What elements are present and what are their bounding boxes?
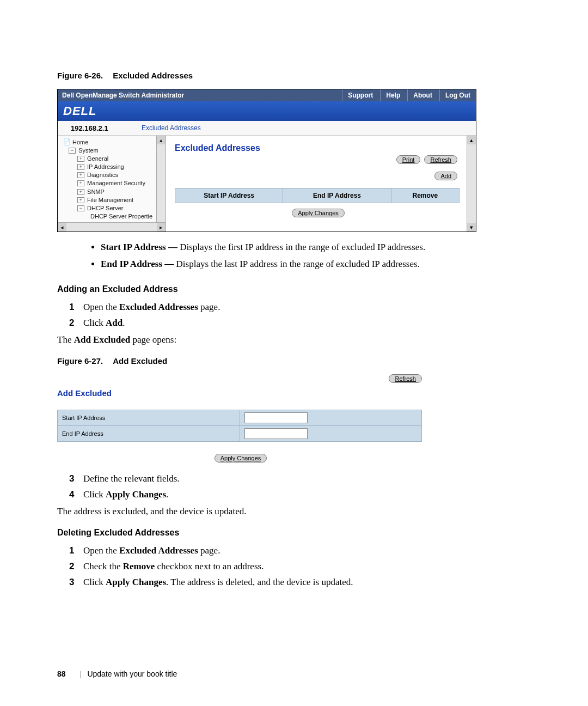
screenshot-excluded-addresses: Dell OpenManage Switch Administrator Sup… — [57, 89, 476, 232]
tree-general[interactable]: General — [87, 155, 108, 162]
figure-number: Figure 6-27. — [57, 356, 103, 366]
tree-mgmt-security[interactable]: Management Security — [87, 180, 145, 187]
col-start-ip: Start IP Address — [175, 188, 283, 203]
tree-dhcp[interactable]: DHCP Server — [87, 205, 123, 211]
nav-support[interactable]: Support — [342, 89, 378, 101]
page-number: 88 — [57, 670, 66, 678]
start-ip-input[interactable] — [244, 412, 308, 423]
tree-system[interactable]: System — [78, 147, 99, 154]
expand-icon[interactable]: + — [77, 197, 84, 203]
page-title: Add Excluded — [57, 388, 422, 398]
figure-caption-1: Figure 6-26.Excluded Addresses — [57, 71, 531, 80]
step: 4Click Apply Changes. — [69, 487, 531, 503]
list-item: Start IP Address — Displays the first IP… — [101, 240, 531, 254]
collapse-icon[interactable]: − — [77, 205, 84, 211]
scroll-up-icon[interactable]: ▴ — [467, 136, 476, 144]
tree-dhcp-prop[interactable]: DHCP Server Propertie — [90, 213, 152, 220]
app-topbar: Dell OpenManage Switch Administrator Sup… — [58, 89, 476, 101]
label-end-ip: End IP Address — [58, 426, 240, 442]
breadcrumb: Excluded Addresses — [142, 124, 201, 132]
brand-bar: DELL — [58, 101, 476, 121]
refresh-button[interactable]: Refresh — [389, 374, 422, 383]
scroll-up-icon[interactable]: ▴ — [157, 136, 166, 144]
tree-diagnostics[interactable]: Diagnostics — [87, 172, 118, 178]
add-button[interactable]: Add — [434, 172, 457, 180]
apply-changes-button[interactable]: Apply Changes — [292, 209, 345, 217]
nav-vscrollbar[interactable]: ▴ — [156, 136, 166, 223]
nav-tree: 📄 Home − System + General + IP Addressin… — [58, 136, 166, 232]
step: 1Open the Excluded Addresses page. — [69, 300, 531, 315]
expand-icon[interactable]: + — [77, 156, 84, 162]
tree-filemgmt[interactable]: File Management — [87, 197, 133, 203]
nav-logout[interactable]: Log Out — [439, 89, 476, 101]
section-heading-deleting: Deleting Excluded Addresses — [57, 528, 531, 538]
step: 1Open the Excluded Addresses page. — [69, 543, 531, 559]
paragraph: The Add Excluded page opens: — [57, 334, 531, 345]
nav-about[interactable]: About — [407, 89, 438, 101]
app-title: Dell OpenManage Switch Administrator — [58, 92, 342, 99]
collapse-icon[interactable]: − — [69, 148, 76, 154]
content-vscrollbar[interactable]: ▴▾ — [467, 136, 476, 232]
tree-snmp[interactable]: SNMP — [87, 188, 105, 195]
page-title: Excluded Addresses — [175, 143, 476, 153]
step: 3Define the relevant fields. — [69, 471, 531, 487]
section-heading-adding: Adding an Excluded Address — [57, 284, 531, 294]
apply-changes-button[interactable]: Apply Changes — [215, 454, 267, 462]
step: 2Check the Remove checkbox next to an ad… — [69, 559, 531, 575]
col-end-ip: End IP Address — [283, 188, 391, 203]
step: 2Click Add. — [69, 315, 531, 331]
list-item: End IP Address — Displays the last IP ad… — [101, 257, 531, 271]
figure-number: Figure 6-26. — [57, 71, 103, 80]
expand-icon[interactable]: + — [77, 189, 84, 195]
nav-help[interactable]: Help — [380, 89, 406, 101]
screenshot-add-excluded: Refresh Add Excluded Start IP Address En… — [57, 374, 422, 462]
breadcrumb-row: 192.168.2.1 Excluded Addresses — [58, 121, 476, 136]
figure-title: Excluded Addresses — [113, 71, 193, 80]
top-nav: Support Help About Log Out — [342, 89, 476, 101]
scroll-left-icon[interactable]: ◂ — [58, 223, 66, 232]
device-ip: 192.168.2.1 — [58, 124, 142, 132]
tree-ipaddressing[interactable]: IP Addressing — [87, 163, 124, 170]
tree-home[interactable]: Home — [72, 139, 88, 145]
add-excluded-form: Start IP Address End IP Address — [57, 410, 422, 442]
scroll-down-icon[interactable]: ▾ — [467, 223, 476, 232]
refresh-button[interactable]: Refresh — [424, 155, 457, 164]
expand-icon[interactable]: + — [77, 172, 84, 178]
col-remove: Remove — [391, 188, 459, 203]
excluded-table: Start IP Address End IP Address Remove A… — [175, 188, 460, 217]
step: 3Click Apply Changes. The address is del… — [69, 575, 531, 591]
print-button[interactable]: Print — [396, 155, 421, 164]
expand-icon[interactable]: + — [77, 180, 84, 186]
folder-icon: 📄 — [63, 138, 71, 145]
page-footer: 88 | Update with your book title — [57, 670, 177, 679]
footer-separator: | — [79, 670, 81, 678]
content-pane: Excluded Addresses Print Refresh Add Sta… — [166, 136, 476, 232]
figure-caption-2: Figure 6-27.Add Excluded — [57, 356, 531, 366]
label-start-ip: Start IP Address — [58, 410, 240, 426]
book-title: Update with your book title — [87, 670, 177, 678]
dell-logo: DELL — [63, 104, 96, 118]
figure-title: Add Excluded — [113, 356, 167, 366]
end-ip-input[interactable] — [244, 428, 308, 439]
field-descriptions: Start IP Address — Displays the first IP… — [79, 240, 531, 271]
scroll-right-icon[interactable]: ▸ — [157, 223, 166, 232]
expand-icon[interactable]: + — [77, 164, 84, 170]
paragraph: The address is excluded, and the device … — [57, 506, 531, 517]
nav-hscrollbar[interactable]: ◂▸ — [58, 222, 166, 232]
